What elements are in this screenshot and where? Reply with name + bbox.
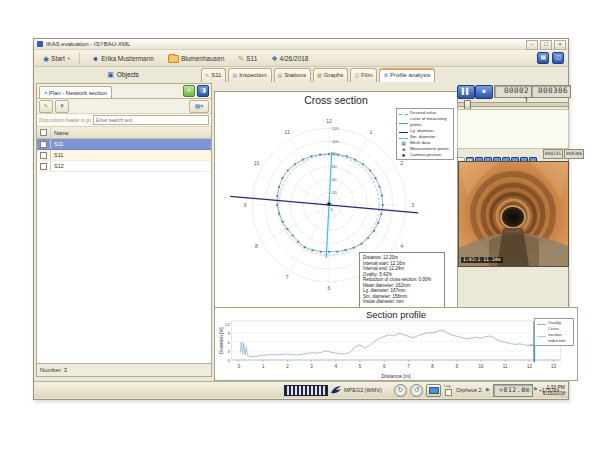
svg-text:8: 8 xyxy=(255,243,258,249)
filter-icon[interactable]: ▼ xyxy=(55,100,69,113)
stop-button[interactable]: ■ xyxy=(475,85,493,99)
cube-icon: ▣ xyxy=(107,71,114,78)
network-icon[interactable]: ▦ xyxy=(537,52,549,64)
tab-film[interactable]: ◫ Film xyxy=(350,68,377,82)
main-tab-strip: ✎ S11 ▤ Inspection ▤ Stations ▥ Graphs ◫… xyxy=(201,67,437,82)
y-axis-label: Deviation [%] xyxy=(219,327,224,354)
pause-button[interactable]: ▌▌ xyxy=(457,85,475,99)
table-row[interactable]: S12 xyxy=(37,161,211,172)
resize-grip[interactable] xyxy=(560,391,567,398)
add-button[interactable]: + xyxy=(183,85,195,97)
legend-symbol xyxy=(537,336,546,337)
legend-symbol xyxy=(537,324,546,325)
svg-text:12: 12 xyxy=(527,364,533,369)
legend-symbol xyxy=(399,138,408,139)
title-bar[interactable]: IKAS evaluation - ISYBAU-XML – □ × xyxy=(34,39,568,50)
svg-text:6: 6 xyxy=(227,340,230,345)
filter-edit-icon[interactable]: ✎ xyxy=(39,100,53,113)
legend-symbol xyxy=(399,114,408,115)
frame-counter: 00002 1 xyxy=(494,85,532,98)
svg-text:0: 0 xyxy=(227,358,230,363)
tab-stations[interactable]: ▤ Stations xyxy=(274,68,311,82)
section-profile-legend: Ovality Cross section reduction xyxy=(534,318,574,346)
svg-text:5: 5 xyxy=(359,364,362,369)
name-column-header[interactable]: Name xyxy=(51,130,69,136)
svg-text:9: 9 xyxy=(227,331,230,336)
legend-symbol xyxy=(399,132,408,133)
cross-section-legend: Desired value curve of measuring points … xyxy=(396,108,454,160)
mini-counter-1: 000235 xyxy=(543,149,563,159)
calendar-icon: ❖ xyxy=(271,55,277,62)
meter-icon: ▶ xyxy=(486,386,490,392)
section-profile-chart: 036912012345678910111213 Section profile… xyxy=(214,307,578,381)
svg-text:11: 11 xyxy=(503,364,508,369)
svg-text:6: 6 xyxy=(383,364,386,369)
codec-label: MPEG2 (WMV) xyxy=(344,387,382,393)
tab-plan-network-section[interactable]: ◕ Plan - Network section xyxy=(39,86,112,98)
svg-text:-100: -100 xyxy=(331,139,340,144)
tab-inspection[interactable]: ▤ Inspection xyxy=(228,68,271,82)
date-button[interactable]: ❖ 4/26/2018 xyxy=(266,53,313,64)
svg-text:3: 3 xyxy=(310,364,313,369)
row-checkbox[interactable] xyxy=(40,152,47,159)
table-row[interactable]: S11 xyxy=(37,139,211,150)
document-icon: ▤ xyxy=(278,72,283,79)
video-info-area xyxy=(457,109,569,149)
camera-overlay-text: 1:43:1 11.24m xyxy=(461,257,503,263)
svg-text:7: 7 xyxy=(286,274,289,280)
svg-text:1: 1 xyxy=(262,364,265,369)
pipe-image xyxy=(459,162,568,266)
cross-section-chart: 121234567891011-20-40-60-80-100-1200★ Cr… xyxy=(214,91,458,308)
gear-icon: ⚙ xyxy=(383,72,387,79)
legend-symbol xyxy=(399,123,408,124)
eagle-logo xyxy=(330,385,342,395)
filmstrip-icon xyxy=(284,385,328,396)
object-button[interactable]: ✎ S11 xyxy=(233,53,262,64)
monitor-icon xyxy=(429,387,439,394)
tab-profile-analysis[interactable]: ⚙ Profile analysis xyxy=(379,68,435,82)
svg-text:11: 11 xyxy=(284,129,289,135)
project-button[interactable]: Blumenhausen xyxy=(163,51,229,65)
measurement-info-box: Distance: 12.20m Interval start: 12.16m … xyxy=(359,252,445,308)
close-button[interactable]: × xyxy=(554,40,566,50)
svg-text:9: 9 xyxy=(244,202,247,208)
status-bar: MPEG2 (WMV) ↻ ↺ Lay Orpheus 2 ▶ +012.0m … xyxy=(34,381,568,398)
lay-label: Lay xyxy=(444,383,450,388)
svg-text:4: 4 xyxy=(400,243,403,249)
window-title: IKAS evaluation - ISYBAU-XML xyxy=(46,41,130,47)
search-input[interactable] xyxy=(93,115,209,125)
user-button[interactable]: ☻ Erika Mustermann xyxy=(87,53,159,64)
refresh-icon[interactable]: ↺ xyxy=(410,384,423,397)
svg-text:10: 10 xyxy=(254,160,260,166)
pen-icon: ✎ xyxy=(238,55,244,62)
svg-text:12: 12 xyxy=(326,118,332,124)
tab-graphs[interactable]: ▥ Graphs xyxy=(313,68,348,82)
row-checkbox[interactable] xyxy=(40,163,47,170)
minimize-button[interactable]: – xyxy=(526,40,538,50)
film-icon: ◫ xyxy=(354,72,359,79)
svg-text:3: 3 xyxy=(227,349,230,354)
loop-icon[interactable]: ↻ xyxy=(394,384,407,397)
lay-checkbox[interactable] xyxy=(445,389,452,396)
video-seek-slider[interactable] xyxy=(457,102,569,107)
meter-counter: +012.0m xyxy=(493,384,533,397)
svg-text:12: 12 xyxy=(225,322,230,327)
view-dropdown-button[interactable]: ▦▾ xyxy=(189,100,209,113)
start-menu-button[interactable]: ◉ Start ▼ xyxy=(38,53,76,64)
table-row[interactable]: S11 xyxy=(37,150,211,161)
flag-icon: ⚑ xyxy=(533,386,537,392)
chevron-down-icon: ▼ xyxy=(67,56,71,61)
monitor-button[interactable] xyxy=(426,384,441,397)
grid-header[interactable]: Name xyxy=(37,127,211,139)
layout-icon[interactable]: ◫ xyxy=(552,52,564,64)
svg-text:13: 13 xyxy=(551,364,557,369)
row-checkbox[interactable] xyxy=(40,141,47,148)
object-count: Number: 3 xyxy=(37,363,211,376)
select-all-checkbox[interactable] xyxy=(40,129,47,136)
toggle-panel-icon[interactable]: ◨ xyxy=(197,85,209,97)
tab-object[interactable]: ✎ S11 xyxy=(201,68,226,82)
divider xyxy=(79,53,80,64)
camera-view[interactable]: 1:43:1 11.24m xyxy=(458,161,569,267)
legend-symbol: ★ xyxy=(399,152,408,158)
maximize-button[interactable]: □ xyxy=(540,40,552,50)
